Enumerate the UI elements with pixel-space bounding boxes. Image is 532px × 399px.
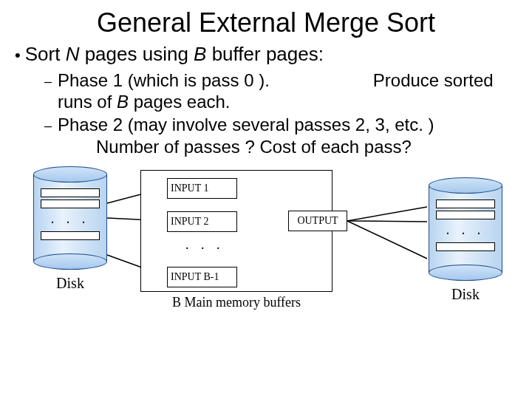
dots-icon: . . . (185, 237, 225, 253)
dash-icon: – (44, 115, 52, 134)
cylinder-bottom (429, 265, 502, 281)
phase-label: Phase 1 (which is pass 0 ). (58, 70, 270, 90)
input-b1-box: INPUT B-1 (167, 267, 237, 287)
text-part: pages using (79, 43, 194, 65)
page-rect (41, 188, 100, 197)
var-b: B (117, 92, 129, 112)
questions-line: Number of passes ? Cost of each pass? (96, 137, 525, 157)
cylinder-bottom (33, 253, 107, 270)
tail-text: pages each. (129, 92, 230, 112)
output-box: OUTPUT (288, 211, 347, 231)
var-b: B (194, 43, 206, 65)
disk-label: Disk (429, 286, 502, 303)
sub-text: Phase 2 (may involve several passes 2, 3… (58, 115, 525, 136)
disk-left: . . . Disk (33, 166, 107, 270)
svg-line-7 (347, 221, 427, 222)
svg-line-8 (347, 221, 427, 259)
page-rect (41, 231, 100, 240)
svg-line-6 (347, 207, 427, 221)
sub-bullet-1: – Phase 1 (which is pass 0 ).Produce sor… (44, 70, 525, 113)
page-rect (436, 211, 495, 219)
disk-pages: . . . (41, 188, 100, 242)
disk-label: Disk (33, 275, 107, 292)
bullet-dot-icon: • (15, 46, 21, 64)
page-rect (436, 200, 495, 208)
sub-bullets: – Phase 1 (which is pass 0 ).Produce sor… (44, 70, 525, 157)
sub-text: Phase 1 (which is pass 0 ).Produce sorte… (58, 70, 525, 113)
disk-pages: . . . (436, 200, 495, 253)
main-bullet: •Sort N pages using B buffer pages: (15, 43, 525, 66)
text-part: Sort (25, 43, 66, 65)
page-rect (41, 200, 100, 208)
memory-label: B Main memory buffers (141, 295, 332, 310)
slide-title: General External Merge Sort (0, 0, 532, 43)
sub-bullet-2: – Phase 2 (may involve several passes 2,… (44, 115, 525, 136)
disk-right: . . . Disk (429, 177, 502, 281)
content-area: •Sort N pages using B buffer pages: – Ph… (0, 43, 532, 157)
diagram: . . . Disk INPUT 1 INPUT 2 . . . INPUT B… (0, 166, 532, 329)
page-rect (436, 242, 495, 251)
dots-icon: . . . (41, 211, 100, 227)
dots-icon: . . . (436, 222, 495, 238)
input-2-box: INPUT 2 (167, 211, 237, 232)
var-n: N (66, 43, 80, 65)
text-part: buffer pages: (206, 43, 324, 65)
input-1-box: INPUT 1 (167, 178, 237, 199)
dash-icon: – (44, 70, 52, 89)
